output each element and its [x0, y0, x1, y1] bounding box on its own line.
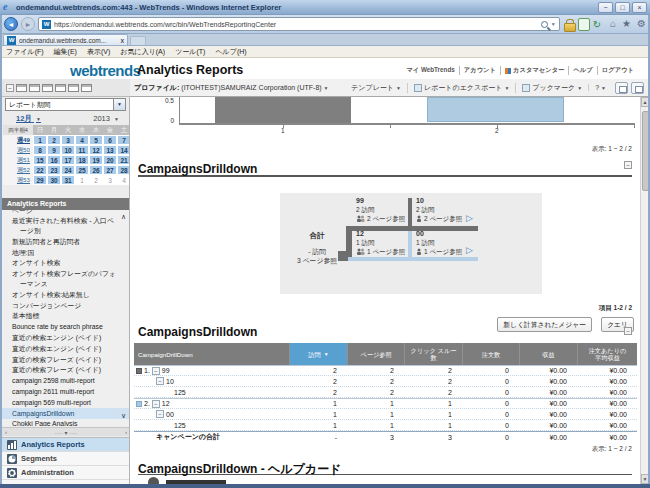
calendar-cell[interactable]: 18 [75, 155, 89, 165]
calendar-cell[interactable]: 15 [33, 155, 47, 165]
calendar-cell[interactable]: 週51 [3, 155, 33, 165]
calendar-cell[interactable]: 21 [117, 155, 130, 165]
calendar-cell[interactable]: 31 [61, 175, 75, 185]
calendar-cell[interactable]: 13 [103, 145, 117, 155]
app-button-administration[interactable]: Administration [2, 466, 130, 480]
header-link[interactable]: ヘルプ [568, 66, 596, 75]
calendar-cell[interactable]: 週50 [3, 145, 33, 155]
sidebar-nav-item[interactable]: campaign 569 multi-report [2, 397, 130, 408]
calendar-cell[interactable]: 24 [61, 165, 75, 175]
sidebar-nav-item[interactable]: 地理:国 [2, 247, 130, 258]
calendar-cell[interactable]: 週53 [3, 175, 33, 185]
sidebar-nav-item[interactable]: 新規訪問者と再訪問者 [2, 236, 130, 247]
sidebar-nav-item[interactable]: 直近の検索エンジン (ペイド) [2, 343, 130, 354]
column-header-sorted[interactable]: 訪問▼ [289, 343, 347, 365]
nav-scroll-up-icon[interactable]: ∧ [121, 213, 126, 221]
sidebar-nav-item[interactable]: 直近の検索エンジン (ペイド) [2, 333, 130, 344]
url-box[interactable]: W https://ondemandui.webtrends.com/wrc/b… [38, 17, 560, 31]
close-button[interactable]: × [632, 2, 647, 13]
layout-icon[interactable] [55, 84, 66, 92]
column-header[interactable]: 収益 [519, 343, 577, 365]
url-text[interactable]: https://ondemandui.webtrends.com/wrc/bin… [54, 21, 538, 28]
calendar-cell[interactable]: 1 [33, 135, 47, 145]
tab-close-icon[interactable]: x [120, 37, 124, 44]
minimize-button[interactable]: − [598, 2, 613, 13]
sidebar-nav-item[interactable]: 基本指標 [2, 311, 130, 322]
month-selector[interactable]: 12月 ▼ [16, 114, 41, 124]
app-button-analytics-reports[interactable]: Analytics Reports [2, 438, 130, 452]
collapse-section-icon[interactable]: − [624, 327, 632, 335]
column-header[interactable]: ページ参照 [347, 343, 404, 365]
calendar-cell[interactable]: 4 [75, 135, 89, 145]
calendar-cell[interactable]: 26 [89, 165, 103, 175]
calendar-cell[interactable]: 3 [61, 135, 75, 145]
layout-icon[interactable] [68, 84, 79, 92]
url-dropdown-icon[interactable]: ▼ [551, 21, 556, 27]
sidebar-nav-item[interactable]: コンバージョンページ [2, 300, 130, 311]
menu-item[interactable]: お気に入り(A) [120, 47, 165, 57]
pane-toggle-icon[interactable] [615, 82, 628, 94]
header-link[interactable]: ログアウト [597, 66, 638, 75]
scroll-handle-icon[interactable]: ···· ▾ ···· [55, 429, 77, 436]
sidebar-nav-item[interactable]: 最近実行された有料検索 - 入口ページ別 [2, 216, 130, 237]
new-tab-button[interactable] [130, 36, 146, 45]
calendar-cell[interactable]: 19 [89, 155, 103, 165]
calendar-cell[interactable]: 5 [89, 135, 103, 145]
calendar-cell[interactable]: 8 [33, 145, 47, 155]
calendar-cell[interactable]: 11 [75, 145, 89, 155]
sidebar-nav-item[interactable]: 直近の検索フレーズ (ペイド) [2, 354, 130, 365]
search-icon[interactable] [541, 21, 548, 28]
collapse-row-icon[interactable]: − [156, 377, 164, 385]
column-header[interactable]: CampaignDrillDown [134, 343, 289, 365]
sidebar-nav-item[interactable]: 直近の検索フレーズ (ペイド) [2, 365, 130, 376]
layout-icon[interactable] [42, 84, 53, 92]
profile-value[interactable]: (ITOHTEST)SAMURAIZ Corporation (UTF-8) [181, 84, 321, 91]
calendar-cell[interactable]: 20 [103, 155, 117, 165]
calendar-cell[interactable]: 9 [47, 145, 61, 155]
maximize-button[interactable]: □ [615, 2, 630, 13]
column-header[interactable]: 注文数 [462, 343, 519, 365]
calendar-cell[interactable]: 23 [47, 165, 61, 175]
collapse-row-icon[interactable]: − [152, 400, 160, 408]
calendar-cell[interactable]: 22 [33, 165, 47, 175]
new-calculated-measure-button[interactable]: 新しく計算されたメジャー [497, 317, 592, 332]
calendar-cell[interactable]: 1 [75, 175, 89, 185]
expand-path-arrow-icon[interactable]: ▷ [466, 246, 473, 255]
settings-gear-icon[interactable]: ⚙ [637, 17, 646, 31]
toolbar-action[interactable]: ブックマーク▼ [515, 83, 588, 93]
header-link[interactable]: カスタマセンター [500, 66, 568, 75]
sidebar-nav-item[interactable]: CampaignsDrilldown [2, 408, 130, 419]
collapse-panel-icon[interactable]: − [6, 84, 14, 92]
sidebar-nav-item[interactable]: Bounce rate by search phrase [2, 322, 130, 333]
scroll-left-icon[interactable]: ‹ [5, 429, 7, 435]
toolbar-action[interactable]: レポートのエクスポート▼ [407, 83, 515, 93]
calendar-cell[interactable]: 2 [89, 175, 103, 185]
sidebar-nav-item[interactable]: campaign 2611 multi-report [2, 387, 130, 398]
layout-icon[interactable] [81, 84, 92, 92]
calendar-cell[interactable]: 25 [75, 165, 89, 175]
report-period-select[interactable]: レポート期間 ▼ [5, 98, 126, 111]
calendar-cell[interactable]: 30 [47, 175, 61, 185]
sidebar-nav-item[interactable]: オンサイト検索 [2, 258, 130, 269]
menu-item[interactable]: 表示(V) [87, 47, 110, 57]
header-link[interactable]: マイ WebTrends [402, 66, 458, 75]
nav-scroll-down-icon[interactable]: ∨ [121, 412, 126, 420]
layout-icon[interactable] [16, 84, 27, 92]
column-header[interactable]: 注文あたりの 平均収益 [577, 343, 637, 365]
calendar-cell[interactable]: 28 [117, 165, 130, 175]
sidebar-nav-item[interactable]: オンサイト検索フレーズのパフォーマンス [2, 269, 130, 290]
column-header[interactable]: クリック スルー 数 [404, 343, 462, 365]
calendar-cell[interactable]: 17 [61, 155, 75, 165]
refresh-icon[interactable]: ↻ [593, 18, 601, 31]
chart-bar-2[interactable] [427, 97, 564, 122]
browser-tab[interactable]: W ondemandui.webtrends.com... x [3, 34, 128, 45]
back-button[interactable]: ◄ [4, 17, 18, 31]
collapse-row-icon[interactable]: − [152, 367, 160, 375]
expand-path-arrow-icon[interactable]: ▷ [466, 214, 473, 223]
menu-item[interactable]: ファイル(F) [6, 47, 44, 57]
menu-item[interactable]: 編集(E) [54, 47, 77, 57]
sidebar-nav-item[interactable]: campaign 2598 multi-report [2, 376, 130, 387]
collapse-row-icon[interactable]: − [156, 410, 164, 418]
vertical-scrollbar[interactable]: ▲ ▼ [640, 97, 648, 484]
collapse-section-icon[interactable]: − [624, 161, 632, 169]
